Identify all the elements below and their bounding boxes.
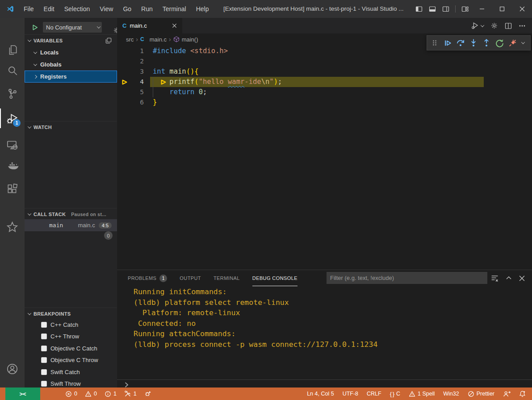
toolbar-gripper-icon[interactable] [430, 38, 439, 47]
panel-tab-output[interactable]: OUTPUT [180, 270, 201, 286]
code-line-content[interactable]: return 0; [150, 87, 484, 97]
launch-configuration-dropdown[interactable]: No Configurat [43, 22, 102, 33]
menu-selection[interactable]: Selection [59, 0, 95, 18]
panel-tab-debug-console[interactable]: DEBUG CONSOLE [252, 270, 297, 286]
code-line-content[interactable]: printf("hello wamr-ide\n"); [150, 77, 484, 87]
step-over-icon[interactable] [456, 38, 465, 47]
status-item-0[interactable]: 0 [65, 391, 77, 397]
code-line-5[interactable]: 5return 0; [117, 87, 532, 97]
breakpoint-gutter[interactable] [117, 67, 132, 77]
step-out-icon[interactable] [482, 38, 491, 47]
breakpoint-gutter[interactable] [117, 87, 132, 97]
breakpoint-swift-catch[interactable]: Swift Catch [25, 366, 117, 378]
status-item-win32[interactable]: Win32 [443, 391, 459, 397]
disconnect-icon[interactable] [508, 38, 517, 47]
search-icon[interactable] [0, 60, 25, 81]
status-item-1[interactable]: 1 [124, 390, 137, 397]
menu-terminal[interactable]: Terminal [158, 0, 191, 18]
more-actions-icon[interactable] [519, 22, 526, 29]
status-item-0[interactable]: 0 [85, 391, 97, 397]
menu-file[interactable]: File [19, 0, 39, 18]
variables-item-registers[interactable]: Registers [25, 71, 117, 83]
copy-value-icon[interactable] [105, 38, 112, 44]
run-and-debug-icon[interactable]: 1 [0, 108, 25, 129]
breakpoint-checkbox[interactable] [41, 381, 47, 387]
breadcrumb-symbol[interactable]: main() [173, 36, 198, 43]
watch-section-header[interactable]: WATCH [25, 121, 117, 133]
breakpoint-c-catch[interactable]: C++ Catch [25, 319, 117, 330]
code-line-content[interactable]: int main(){ [150, 67, 484, 77]
run-or-debug-button[interactable] [471, 21, 484, 30]
variables-section-header[interactable]: VARIABLES [25, 34, 117, 46]
menu-edit[interactable]: Edit [39, 0, 59, 18]
breakpoint-checkbox[interactable] [41, 322, 47, 328]
extensions-icon[interactable] [0, 179, 25, 200]
accounts-icon[interactable] [0, 358, 25, 379]
split-editor-icon[interactable] [505, 22, 512, 29]
breadcrumb-file[interactable]: C main.c [140, 36, 167, 43]
remote-explorer-icon[interactable] [0, 134, 25, 156]
console-filter-input[interactable] [327, 272, 487, 284]
step-into-icon[interactable] [469, 38, 478, 47]
close-window-button[interactable] [512, 0, 532, 18]
close-tab-icon[interactable] [170, 21, 179, 30]
customize-layout-icon[interactable] [458, 0, 472, 18]
breakpoint-checkbox[interactable] [41, 346, 47, 351]
call-stack-section-header[interactable]: CALL STACK Paused on st... [25, 208, 117, 220]
restart-icon[interactable] [495, 38, 504, 47]
menu-help[interactable]: Help [191, 0, 214, 18]
toggle-secondary-sidebar-icon[interactable] [439, 0, 452, 18]
status-item-1-spell[interactable]: 1 Spell [409, 391, 435, 397]
code-line-content[interactable]: } [150, 97, 484, 108]
breakpoint-gutter[interactable] [117, 46, 132, 56]
status-item-debug[interactable] [144, 390, 151, 397]
minimize-button[interactable] [472, 0, 492, 18]
toggle-sidebar-icon[interactable] [412, 0, 426, 18]
status-item-bell[interactable] [519, 390, 526, 397]
breadcrumb-folder[interactable]: src [126, 36, 134, 43]
explorer-icon[interactable] [0, 39, 25, 61]
maximize-panel-icon[interactable] [506, 275, 512, 281]
breakpoint-checkbox[interactable] [41, 333, 47, 339]
star-icon[interactable] [0, 216, 25, 238]
tab-main-c[interactable]: C main.c [117, 18, 182, 33]
menu-run[interactable]: Run [136, 0, 158, 18]
menu-go[interactable]: Go [118, 0, 136, 18]
breakpoint-checkbox[interactable] [41, 369, 47, 375]
code-line-3[interactable]: 3int main(){ [117, 67, 532, 77]
code-line-6[interactable]: 6} [117, 97, 532, 108]
breakpoint-objective-c-catch[interactable]: Objective C Catch [25, 342, 117, 354]
code-line-4[interactable]: 4printf("hello wamr-ide\n"); [117, 77, 532, 87]
breakpoint-swift-throw[interactable]: Swift Throw [25, 378, 117, 388]
start-debugging-icon[interactable] [32, 24, 38, 31]
source-control-icon[interactable] [0, 83, 25, 104]
status-item-1[interactable]: 1 [105, 391, 117, 397]
code-line-content[interactable] [150, 56, 484, 67]
code-line-2[interactable]: 2 [117, 56, 532, 67]
docker-icon[interactable] [0, 155, 25, 177]
breakpoint-c-throw[interactable]: C++ Throw [25, 331, 117, 342]
continue-icon[interactable] [443, 38, 452, 47]
editor-gear-icon[interactable] [490, 22, 498, 29]
code-editor[interactable]: 1#include <stdio.h>23int main(){4printf(… [117, 46, 532, 108]
toggle-panel-icon[interactable] [426, 0, 439, 18]
status-item-c[interactable]: { }C [390, 391, 400, 397]
debug-toolbar-dropdown-icon[interactable] [521, 40, 525, 44]
open-launch-config-gear-icon[interactable] [113, 27, 117, 34]
breakpoint-gutter[interactable] [117, 56, 132, 67]
status-item-crlf[interactable]: CRLF [367, 391, 381, 397]
maximize-button[interactable] [492, 0, 512, 18]
status-item-ln-4-col-5[interactable]: Ln 4, Col 5 [307, 391, 334, 397]
breakpoints-section-header[interactable]: BREAKPOINTS [25, 308, 117, 319]
breakpoint-gutter[interactable] [117, 77, 132, 87]
breakpoint-checkbox[interactable] [41, 357, 47, 363]
status-item-feedback[interactable] [503, 391, 511, 397]
status-item-prettier[interactable]: Prettier [468, 391, 494, 397]
breakpoint-gutter[interactable] [117, 97, 132, 108]
breakpoint-objective-c-throw[interactable]: Objective C Throw [25, 354, 117, 366]
remote-indicator[interactable]: >< [5, 388, 40, 400]
menu-view[interactable]: View [95, 0, 118, 18]
panel-tab-problems[interactable]: PROBLEMS1 [128, 270, 167, 286]
status-item-utf-8[interactable]: UTF-8 [343, 391, 358, 397]
clear-console-icon[interactable] [491, 275, 498, 282]
